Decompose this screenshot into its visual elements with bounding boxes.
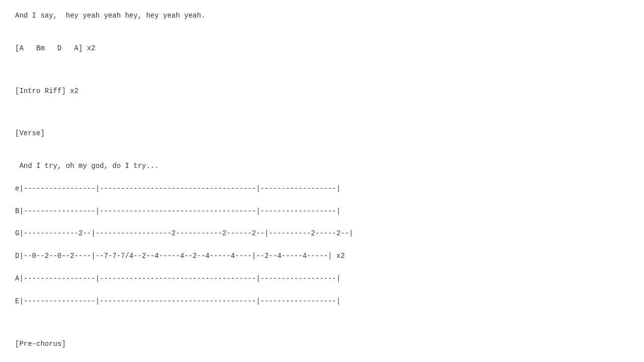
tab-line: A|-----------------|--------------------…: [15, 273, 629, 284]
tab-line: e|-----------------|--------------------…: [15, 183, 629, 194]
text-line: [15, 33, 629, 43]
text-line: [15, 118, 629, 128]
text-line: [15, 108, 629, 118]
text-line: And I say, hey yeah yeah hey, hey yeah y…: [15, 10, 629, 21]
text-line: [Pre-chorus]: [15, 338, 629, 349]
text-line: [15, 150, 629, 160]
text-line: And I try, oh my god, do I try...: [15, 160, 629, 171]
tab-line: D|--0--2--0--2----|--7-7-7/4--2--4-----4…: [15, 250, 629, 261]
text-line: [15, 65, 629, 75]
main-content: And I say, hey yeah yeah hey, hey yeah y…: [15, 10, 629, 362]
text-line: [Intro Riff] x2: [15, 85, 629, 97]
text-line: [15, 75, 629, 85]
tab-line: B|-----------------|--------------------…: [15, 206, 629, 217]
text-line: [15, 328, 629, 338]
tab-line: E|-----------------|--------------------…: [15, 296, 629, 307]
text-line: [Verse]: [15, 128, 629, 139]
text-line: [15, 318, 629, 328]
text-line: [A Bm D A] x2: [15, 43, 629, 54]
tab-line: G|-------------2--|------------------2--…: [15, 228, 629, 239]
